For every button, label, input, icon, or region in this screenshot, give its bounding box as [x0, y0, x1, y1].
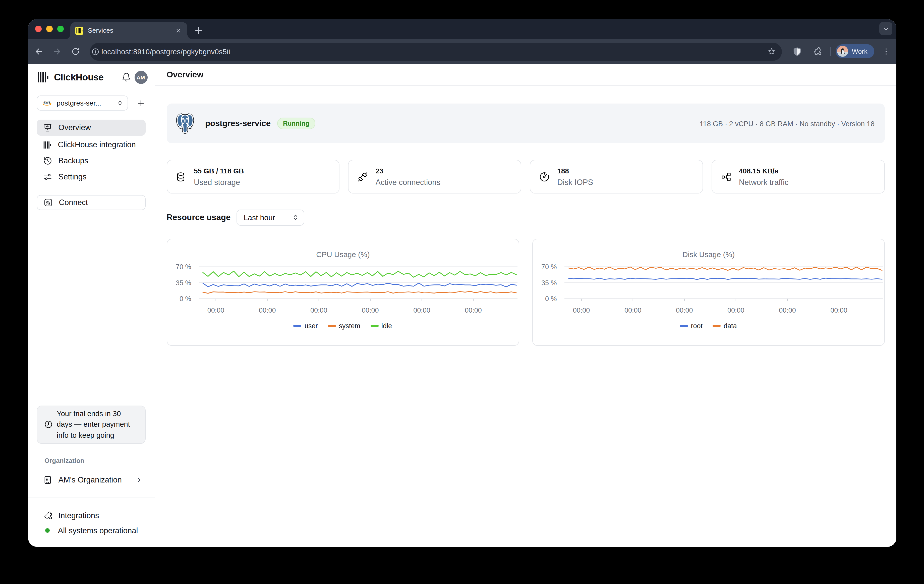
metric-value: 55 GB / 118 GB [194, 166, 244, 177]
puzzle-icon [43, 511, 53, 520]
sidebar-item-backups[interactable]: Backups [37, 153, 146, 169]
bookmark-star-icon[interactable] [765, 45, 778, 58]
svg-text:aws: aws [43, 100, 50, 104]
password-manager-extension-button[interactable] [789, 44, 805, 59]
page-header: Overview [155, 64, 896, 86]
sidebar-item-label: Backups [58, 156, 88, 165]
reload-button[interactable] [68, 44, 83, 59]
forward-button[interactable] [50, 44, 64, 59]
metric-active-connections: 23 Active connections [348, 160, 521, 194]
gauge-icon [540, 172, 549, 182]
service-header-card: postgres-service Running 118 GB · 2 vCPU… [167, 104, 884, 144]
minimize-window-button[interactable] [46, 26, 53, 32]
sidebar-item-settings[interactable]: Settings [37, 169, 146, 185]
main-content: Overview postgres-service Running 118 GB… [155, 64, 896, 546]
legend-item[interactable]: user [294, 322, 318, 330]
new-tab-button[interactable] [192, 24, 205, 36]
tab-title: Services [88, 26, 174, 34]
service-selector[interactable]: aws postgres-ser... [37, 96, 128, 111]
legend-item[interactable]: data [713, 322, 737, 330]
system-status-link[interactable]: All systems operational [37, 523, 146, 539]
legend-label: data [724, 322, 737, 330]
trial-line-3: info to keep going [57, 430, 130, 441]
sidebar-item-label: Overview [58, 123, 91, 132]
series-data-line [568, 266, 882, 270]
clickhouse-app: ClickHouse AM aws postgres-ser... Ove [28, 64, 896, 546]
presentation-icon [43, 123, 53, 132]
organization-button[interactable]: AM's Organization [37, 472, 146, 488]
sliders-icon [43, 172, 53, 182]
legend-swatch [328, 326, 336, 327]
y-tick-label: 35 % [175, 279, 191, 286]
tab-search-button[interactable] [879, 22, 893, 35]
profile-avatar [837, 46, 848, 57]
browser-window: Services localhost:8910/postgres/pgkybgn… [28, 19, 896, 546]
sidebar-item-overview[interactable]: Overview [37, 120, 146, 136]
profile-name: Work [852, 48, 868, 55]
legend-swatch [370, 326, 378, 327]
y-tick-label: 35 % [541, 279, 557, 286]
chevrons-updown-icon [292, 214, 300, 222]
back-button[interactable] [31, 44, 46, 59]
sidebar-header: ClickHouse AM [37, 71, 147, 84]
series-root-line [568, 278, 882, 279]
clock-icon [44, 420, 53, 429]
metric-label: Active connections [376, 177, 441, 188]
y-tick-label: 0 % [545, 295, 557, 302]
cpu-usage-chart: 0 %35 %70 %00:0000:0000:0000:0000:0000:0… [167, 238, 519, 346]
resource-usage-row: Resource usage Last hour [167, 209, 885, 226]
sidebar-item-clickhouse-integration[interactable]: ClickHouse integration [37, 137, 146, 153]
metric-label: Network traffic [739, 177, 789, 188]
connect-button[interactable]: Connect [37, 195, 146, 210]
traffic-lights [35, 26, 64, 32]
toolbar-separator [830, 47, 831, 56]
sidebar-item-integrations[interactable]: Integrations [37, 508, 146, 524]
y-tick-label: 70 % [541, 263, 557, 270]
legend-swatch [713, 326, 721, 327]
trial-notice-text: Your trial ends in 30 days — enter payme… [57, 409, 130, 441]
cpu-chart-legend: usersystemidle [167, 322, 518, 330]
trial-notice[interactable]: Your trial ends in 30 days — enter payme… [37, 405, 146, 444]
tab-close-button[interactable] [174, 26, 183, 35]
metric-label: Disk IOPS [557, 177, 593, 188]
database-icon [176, 172, 186, 182]
shield-extension-icon [793, 47, 801, 56]
x-tick-label: 00:00 [727, 306, 744, 314]
site-info-icon[interactable] [90, 45, 101, 58]
browser-tab[interactable]: Services [70, 22, 187, 39]
service-selector-value: postgres-ser... [57, 99, 117, 107]
legend-item[interactable]: system [328, 322, 360, 330]
legend-item[interactable]: idle [370, 322, 392, 330]
network-icon [721, 172, 731, 182]
info-icon [91, 48, 99, 56]
time-range-value: Last hour [244, 213, 292, 222]
browser-profile-button[interactable]: Work [836, 45, 874, 58]
metric-value: 188 [557, 166, 593, 177]
star-icon [767, 48, 776, 56]
building-icon [43, 475, 53, 485]
status-label: All systems operational [58, 526, 138, 535]
metric-cards: 55 GB / 118 GB Used storage 23 Active co… [167, 160, 884, 194]
legend-swatch [294, 326, 302, 327]
legend-item[interactable]: root [680, 322, 703, 330]
zoom-window-button[interactable] [57, 26, 64, 32]
close-icon [175, 27, 181, 33]
disk-usage-plot: 0 %35 %70 %00:0000:0000:0000:0000:0000:0… [533, 239, 884, 346]
x-tick-label: 00:00 [676, 306, 693, 314]
cast-icon [44, 198, 53, 207]
address-bar[interactable]: localhost:8910/postgres/pgkybgnv0s5ii [90, 43, 782, 61]
browser-menu-button[interactable] [879, 44, 894, 59]
unplug-icon [358, 172, 368, 182]
y-tick-label: 0 % [179, 295, 191, 302]
x-tick-label: 00:00 [573, 306, 590, 314]
close-window-button[interactable] [35, 26, 41, 32]
x-tick-label: 00:00 [624, 306, 641, 314]
extensions-button[interactable] [810, 44, 825, 59]
notifications-bell-button[interactable] [121, 73, 131, 82]
user-avatar[interactable]: AM [134, 71, 147, 84]
add-service-button[interactable] [134, 96, 147, 109]
legend-label: user [305, 322, 318, 330]
arrow-left-icon [34, 47, 43, 56]
time-range-select[interactable]: Last hour [236, 209, 305, 226]
resource-charts: 0 %35 %70 %00:0000:0000:0000:0000:0000:0… [167, 238, 884, 346]
